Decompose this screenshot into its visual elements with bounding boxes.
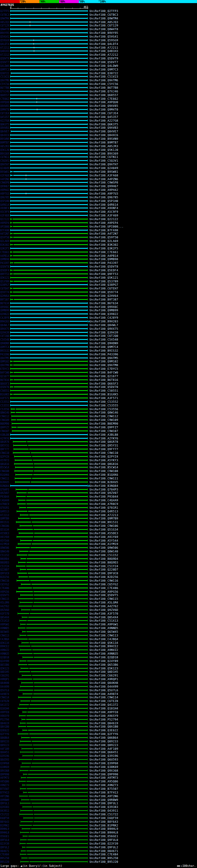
hit-row[interactable]: A1YM19UniRef100_A1YM19	[0, 542, 197, 546]
hit-row[interactable]: Q9ZV6DUniRef100_Q9ZV6D	[0, 608, 197, 612]
hit-label[interactable]: UniRef100_Q9ZV6D	[90, 609, 118, 612]
hit-label[interactable]: UniRef100_C50551	[90, 389, 118, 392]
hit-label[interactable]: UniRef100_C4Q4A9	[90, 499, 118, 502]
hit-row[interactable]: C4Q4A9UniRef100_C4Q4A9	[0, 498, 197, 502]
hit-label[interactable]: UniRef100_Q5VG41	[90, 35, 118, 38]
hit-bar[interactable]	[19, 533, 88, 534]
hit-bar[interactable]	[10, 358, 88, 359]
hit-label[interactable]: UniRef100_Q9P990	[90, 773, 118, 776]
hit-row[interactable]: C9W110UniRef100_C9W110	[0, 451, 197, 455]
hit-label[interactable]: UniRef100_Q7XJ46	[90, 90, 118, 93]
hit-label[interactable]: UniRef100_C9W114	[90, 696, 118, 699]
hit-bar[interactable]	[23, 730, 88, 731]
hit-bar[interactable]	[20, 770, 88, 771]
hit-bar[interactable]	[21, 821, 88, 822]
hit-row[interactable]: Q9AVB3UniRef100_Q9AVB3	[0, 126, 197, 130]
hit-bar[interactable]	[10, 277, 88, 278]
hit-label[interactable]: UniRef100_Q5K134	[90, 641, 118, 645]
hit-row[interactable]: A9PG56UniRef100_A9PG56	[0, 590, 197, 594]
hit-row[interactable]: A3F571UniRef100_A3F571	[0, 396, 197, 400]
hit-label[interactable]: UniRef100_C9W109	[90, 418, 118, 422]
hit-label[interactable]: UniRef100_Q65W45	[90, 630, 118, 633]
hit-label[interactable]: UniRef100_Q101H4	[90, 707, 118, 710]
hit-row[interactable]: Q5DV70UniRef100_Q5DV70	[0, 385, 197, 389]
hit-bar[interactable]	[19, 664, 88, 665]
hit-label[interactable]: UniRef100_B9SJ50	[90, 857, 118, 860]
hit-row[interactable]: Q9M102UniRef100_Q9M102	[0, 360, 197, 363]
hit-row[interactable]: B2BXU5UniRef100_B2BXU5	[0, 480, 197, 484]
hit-label[interactable]: UniRef100_A3BLB8	[90, 433, 118, 436]
hit-label[interactable]: UniRef100_A9RQP1	[90, 678, 118, 681]
hit-label[interactable]: UniRef100_C7E484	[90, 853, 118, 856]
hit-row[interactable]: C9W109UniRef100_C9W109	[0, 418, 197, 422]
hit-row[interactable]: Q66SF3UniRef100_Q66SF3	[0, 382, 197, 385]
hit-bar[interactable]	[10, 197, 88, 198]
hit-label[interactable]: UniRef100_A9NN35	[90, 652, 118, 655]
hit-row[interactable]: B9IS32UniRef100_B9IS32	[0, 349, 197, 352]
hit-bar[interactable]	[10, 310, 88, 311]
hit-bar[interactable]	[10, 394, 88, 395]
hit-row[interactable]: Q6K3T5UniRef100_Q6K3T5	[0, 123, 197, 126]
hit-bar[interactable]	[10, 339, 88, 340]
hit-row[interactable]: Q2QD18UniRef100_Q2QD18	[0, 655, 197, 659]
hit-row[interactable]: Q704P3UniRef100_Q704P3	[0, 488, 197, 491]
hit-label[interactable]: UniRef100_Q2QD18	[90, 656, 118, 659]
hit-label[interactable]: UniRef100_Q8G816	[90, 463, 118, 466]
hit-bar[interactable]	[10, 317, 88, 318]
hit-bar[interactable]	[10, 51, 88, 52]
hit-row[interactable]: O04671UniRef100_O04671	[0, 849, 197, 853]
hit-label[interactable]: UniRef100_Q9RBW9	[90, 798, 118, 802]
hit-row[interactable]: Q0D1H5UniRef100_Q0D1H5	[0, 670, 197, 674]
hit-row[interactable]: Q5VG41UniRef100_Q5VG41	[0, 35, 197, 38]
hit-label[interactable]: UniRef100_B9HHL9	[90, 827, 118, 831]
hit-bar[interactable]	[10, 160, 88, 161]
hit-row[interactable]: Q2PYZ4UniRef100_Q2PYZ4	[0, 455, 197, 459]
hit-label[interactable]: UniRef100_Q9M7B9	[90, 517, 118, 520]
hit-bar[interactable]	[10, 208, 88, 209]
hit-bar[interactable]	[21, 682, 88, 683]
hit-bar[interactable]	[20, 843, 88, 844]
hit-bar[interactable]	[10, 321, 88, 322]
hit-row[interactable]: C53555UniRef100_C53555	[0, 404, 197, 407]
hit-label[interactable]: UniRef100_A3F570	[90, 612, 118, 615]
hit-label[interactable]: UniRef100_Q9W506	[90, 546, 118, 549]
hit-label[interactable]: UniRef100_Q6U593	[90, 758, 118, 761]
hit-label[interactable]: UniRef100_Q9WTM4	[90, 17, 118, 20]
hit-label[interactable]: UniRef100_A9XNF4	[90, 207, 118, 210]
hit-label[interactable]: UniRef100_Q9ATH7	[90, 163, 118, 166]
hit-row[interactable]: C9W115UniRef100_C9W115	[0, 597, 197, 601]
hit-label[interactable]: UniRef100_A49874	[90, 692, 118, 695]
hit-label[interactable]: UniRef100_B9IS32	[90, 349, 118, 352]
hit-row[interactable]: B7FA98UniRef100_B7FA98	[0, 228, 197, 232]
hit-row[interactable]: A8SJQ3UniRef100_A8SJQ3	[0, 20, 197, 24]
hit-label[interactable]: UniRef100_Q99H67	[90, 185, 118, 188]
hit-bar[interactable]	[10, 226, 88, 227]
hit-row[interactable]: A9NZ73UniRef100_A9NZ73	[0, 783, 197, 787]
hit-label[interactable]: UniRef100_C6TEZ8	[90, 700, 118, 703]
hit-row[interactable]: C53556UniRef100_C53556	[0, 407, 197, 411]
hit-row[interactable]: Q101H4UniRef100_Q101H4	[0, 707, 197, 710]
hit-label[interactable]: UniRef100_C9W113	[90, 634, 118, 637]
hit-label[interactable]: UniRef100_B7FH13	[90, 791, 118, 794]
hit-row[interactable]: Q8GR78UniRef100_Q8GR78	[0, 440, 197, 444]
hit-label[interactable]: UniRef100_A9PG56	[90, 590, 118, 593]
hit-row[interactable]: B9MTB7UniRef100_B9MTB7	[0, 141, 197, 145]
hit-bar[interactable]	[10, 87, 88, 88]
hit-bar[interactable]	[20, 810, 88, 811]
hit-bar[interactable]	[22, 617, 88, 618]
hit-row[interactable]: C9W114UniRef100_C9W114	[0, 695, 197, 699]
hit-row[interactable]: Q5DVT7UniRef100_Q5DVT7	[0, 60, 197, 64]
hit-bar[interactable]	[10, 146, 88, 147]
hit-bar[interactable]	[18, 598, 88, 599]
hit-bar[interactable]	[16, 522, 88, 523]
hit-label[interactable]: UniRef100_B6T816	[90, 378, 118, 381]
hit-bar[interactable]	[10, 255, 88, 256]
hit-label[interactable]: UniRef100_Q9FUL0	[90, 838, 118, 841]
hit-row[interactable]: Q39196UniRef100_Q39196	[0, 754, 197, 758]
hit-row[interactable]: Q9X368UniRef100_Q9X368	[0, 769, 197, 773]
hit-bar[interactable]	[14, 463, 88, 464]
hit-label[interactable]: UniRef100_A8SJQ3	[90, 21, 118, 24]
hit-row[interactable]: Q84KH8UniRef100_Q84KH8	[0, 681, 197, 685]
hit-label[interactable]: UniRef100_C6TJE4	[90, 112, 118, 115]
hit-bar[interactable]	[21, 777, 88, 778]
